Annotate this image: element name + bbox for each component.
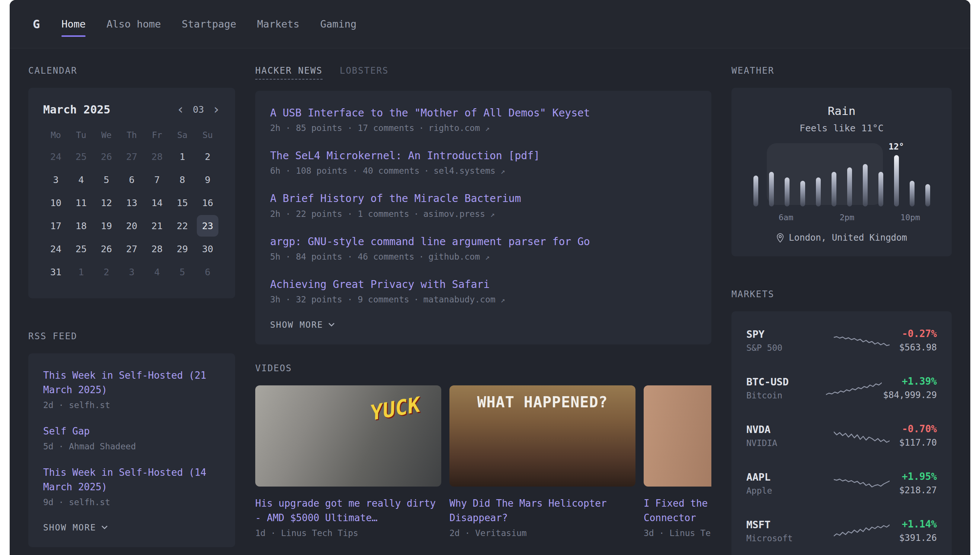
calendar-day[interactable]: 21 bbox=[144, 214, 170, 237]
news-item-meta: 6h · 108 points · 40 comments·sel4.syste… bbox=[270, 166, 696, 176]
rss-item-title[interactable]: Self Gap bbox=[43, 424, 220, 439]
calendar-day[interactable]: 8 bbox=[170, 168, 195, 191]
weekday-label: Tu bbox=[69, 125, 94, 145]
market-sparkline bbox=[824, 378, 883, 398]
rss-heading: RSS FEED bbox=[28, 331, 235, 342]
calendar-prev-button[interactable]: ‹ bbox=[177, 103, 185, 116]
news-item: The SeL4 Microkernel: An Introduction [p… bbox=[270, 148, 696, 176]
market-row-aapl[interactable]: AAPLApple+1.95%$218.27 bbox=[746, 459, 937, 507]
nav-tab-gaming[interactable]: Gaming bbox=[320, 0, 357, 48]
calendar-day[interactable]: 17 bbox=[43, 214, 69, 237]
calendar-day[interactable]: 26 bbox=[94, 237, 119, 260]
calendar-day[interactable]: 30 bbox=[195, 237, 220, 260]
nav-tab-also-home[interactable]: Also home bbox=[106, 0, 161, 48]
news-tab-hacker-news[interactable]: HACKER NEWS bbox=[255, 66, 322, 80]
rss-show-more-label: SHOW MORE bbox=[43, 523, 96, 532]
calendar-day[interactable]: 12 bbox=[94, 191, 119, 214]
video-thumbnail[interactable]: YUCK bbox=[255, 385, 441, 486]
calendar-day[interactable]: 11 bbox=[69, 191, 94, 214]
weather-widget: WEATHER Rain Feels like 11°C 12° 6am2pm1… bbox=[731, 66, 952, 256]
calendar-day[interactable]: 20 bbox=[119, 214, 144, 237]
calendar-day[interactable]: 4 bbox=[144, 260, 170, 284]
rss-item-title[interactable]: This Week in Self-Hosted (14 March 2025) bbox=[43, 465, 220, 494]
calendar-day[interactable]: 27 bbox=[119, 237, 144, 260]
calendar-day[interactable]: 7 bbox=[144, 168, 170, 191]
calendar-day[interactable]: 15 bbox=[170, 191, 195, 214]
calendar-day[interactable]: 2 bbox=[94, 260, 119, 284]
calendar-day[interactable]: 25 bbox=[69, 145, 94, 168]
calendar-day[interactable]: 27 bbox=[119, 145, 144, 168]
rss-item-title[interactable]: This Week in Self-Hosted (21 March 2025) bbox=[43, 368, 220, 397]
nav-tab-startpage[interactable]: Startpage bbox=[182, 0, 236, 48]
markets-widget: MARKETS SPYS&P 500-0.27%$563.98BTC-USDBi… bbox=[731, 289, 952, 555]
calendar-day[interactable]: 18 bbox=[69, 214, 94, 237]
app-logo[interactable]: G bbox=[33, 0, 40, 48]
calendar-day[interactable]: 9 bbox=[195, 168, 220, 191]
calendar-day[interactable]: 1 bbox=[170, 145, 195, 168]
news-item-source-link[interactable]: righto.com ↗ bbox=[428, 123, 490, 133]
news-tab-lobsters[interactable]: LOBSTERS bbox=[340, 66, 389, 80]
weather-time-label bbox=[885, 213, 900, 222]
calendar-day[interactable]: 22 bbox=[170, 214, 195, 237]
video-title[interactable]: His upgrade got me really dirty - AMD $5… bbox=[255, 496, 441, 525]
calendar-day[interactable]: 3 bbox=[43, 168, 69, 191]
nav-tab-home[interactable]: Home bbox=[61, 0, 85, 48]
calendar-day[interactable]: 28 bbox=[144, 237, 170, 260]
video-card[interactable]: YUCKHis upgrade got me really dirty - AM… bbox=[255, 385, 441, 538]
calendar-day[interactable]: 4 bbox=[69, 168, 94, 191]
calendar-day[interactable]: 13 bbox=[119, 191, 144, 214]
market-row-msft[interactable]: MSFTMicrosoft+1.14%$391.26 bbox=[746, 507, 937, 555]
calendar-day[interactable]: 2 bbox=[195, 145, 220, 168]
video-thumbnail[interactable]: WHAT HAPPENED? bbox=[449, 385, 635, 486]
news-item-title[interactable]: A USB Interface to the "Mother of All De… bbox=[270, 106, 696, 120]
calendar-day[interactable]: 26 bbox=[94, 145, 119, 168]
video-card[interactable]: DO THI Fixed the 5090 Power Connector3d … bbox=[644, 385, 711, 538]
rss-show-more-button[interactable]: SHOW MORE bbox=[43, 523, 107, 532]
calendar-day[interactable]: 3 bbox=[119, 260, 144, 284]
calendar-day[interactable]: 14 bbox=[144, 191, 170, 214]
news-item-title[interactable]: A Brief History of the Miracle Bacterium bbox=[270, 191, 696, 206]
calendar-day[interactable]: 19 bbox=[94, 214, 119, 237]
calendar-day[interactable]: 24 bbox=[43, 145, 69, 168]
calendar-day[interactable]: 5 bbox=[94, 168, 119, 191]
news-item-title[interactable]: Achieving Great Privacy with Safari bbox=[270, 277, 696, 292]
calendar-day[interactable]: 25 bbox=[69, 237, 94, 260]
calendar-day[interactable]: 5 bbox=[170, 260, 195, 284]
market-row-spy[interactable]: SPYS&P 500-0.27%$563.98 bbox=[746, 316, 937, 364]
weather-bar bbox=[800, 181, 805, 207]
calendar-day[interactable]: 1 bbox=[69, 260, 94, 284]
news-item-title[interactable]: The SeL4 Microkernel: An Introduction [p… bbox=[270, 148, 696, 163]
news-item-title[interactable]: argp: GNU-style command line argument pa… bbox=[270, 234, 696, 249]
news-item-stats: 6h · 108 points · 40 comments bbox=[270, 166, 420, 176]
market-row-nvda[interactable]: NVDANVIDIA-0.70%$117.70 bbox=[746, 412, 937, 459]
market-ticker: SPY bbox=[746, 329, 824, 340]
weather-bar-slot bbox=[779, 177, 795, 207]
calendar-next-button[interactable]: › bbox=[212, 103, 220, 116]
video-card[interactable]: WHAT HAPPENED?Why Did The Mars Helicopte… bbox=[449, 385, 635, 538]
nav-tab-markets[interactable]: Markets bbox=[257, 0, 300, 48]
news-item-source-link[interactable]: matanabudy.com ↗ bbox=[423, 295, 505, 304]
calendar-day-number: 15 bbox=[172, 192, 193, 213]
calendar-day[interactable]: 6 bbox=[119, 168, 144, 191]
calendar-day[interactable]: 28 bbox=[144, 145, 170, 168]
calendar-day[interactable]: 6 bbox=[195, 260, 220, 284]
calendar-day-number: 3 bbox=[45, 169, 67, 191]
market-ticker: MSFT bbox=[746, 519, 824, 531]
market-name: NVIDIA bbox=[746, 438, 824, 448]
video-thumbnail[interactable]: DO TH bbox=[644, 385, 711, 486]
calendar-day[interactable]: 29 bbox=[170, 237, 195, 260]
video-title[interactable]: Why Did The Mars Helicopter Disappear? bbox=[449, 496, 635, 525]
calendar-day[interactable]: 31 bbox=[43, 260, 69, 284]
video-title[interactable]: I Fixed the 5090 Power Connector bbox=[644, 496, 711, 525]
market-values-block: +1.39%$84,999.29 bbox=[883, 376, 937, 400]
calendar-day[interactable]: 16 bbox=[195, 191, 220, 214]
news-item-source-link[interactable]: github.com ↗ bbox=[428, 252, 490, 261]
calendar-day-selected[interactable]: 23 bbox=[195, 214, 220, 237]
news-item-source-link[interactable]: sel4.systems ↗ bbox=[433, 166, 505, 176]
market-row-btc-usd[interactable]: BTC-USDBitcoin+1.39%$84,999.29 bbox=[746, 364, 937, 412]
news-show-more-button[interactable]: SHOW MORE bbox=[270, 320, 334, 330]
calendar-day[interactable]: 10 bbox=[43, 191, 69, 214]
glance-dashboard: G HomeAlso homeStartpageMarketsGaming CA… bbox=[10, 0, 970, 555]
news-item-source-link[interactable]: asimov.press ↗ bbox=[423, 209, 495, 219]
calendar-day[interactable]: 24 bbox=[43, 237, 69, 260]
